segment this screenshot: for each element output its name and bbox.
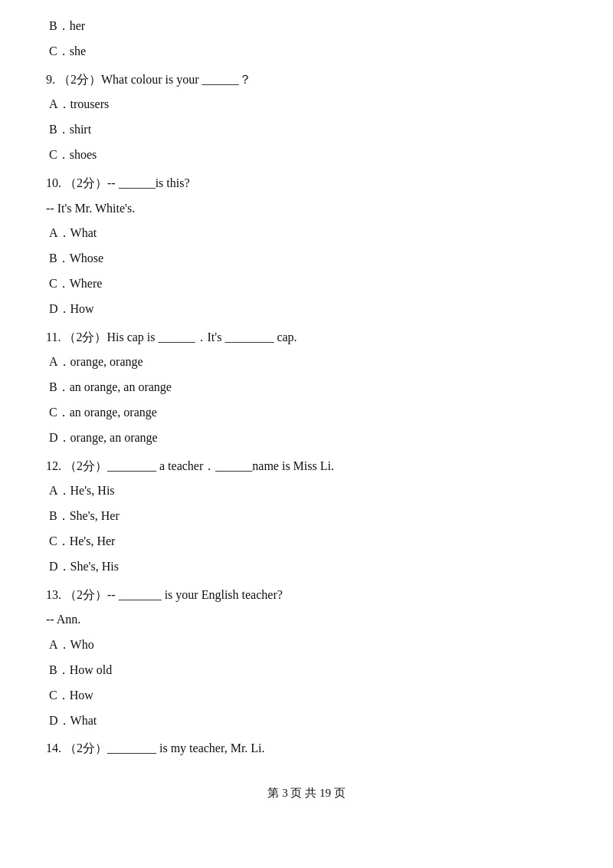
option-10b: B．Whose <box>46 248 567 270</box>
option-9c: C．shoes <box>46 144 567 166</box>
option-b-her: B．her <box>46 15 567 38</box>
option-13a: A．Who <box>46 634 567 656</box>
option-10c: C．Where <box>46 273 567 295</box>
option-13b: B．How old <box>46 659 567 682</box>
option-10a: A．What <box>46 222 567 245</box>
question-13: 13. （2分）-- _______ is your English teach… <box>46 584 567 607</box>
question-10: 10. （2分）-- ______is this? <box>46 173 567 195</box>
question-9: 9. （2分）What colour is your ______？ <box>46 69 567 91</box>
option-11b: B．an orange, an orange <box>46 376 567 399</box>
option-9b: B．shirt <box>46 119 567 141</box>
option-12c: C．He's, Her <box>46 531 567 553</box>
question-12: 12. （2分）________ a teacher．______name is… <box>46 455 567 478</box>
option-12b: B．She's, Her <box>46 505 567 528</box>
option-12d: D．She's, His <box>46 556 567 578</box>
answer-13: -- Ann. <box>46 609 567 631</box>
option-13c: C．How <box>46 685 567 707</box>
question-11: 11. （2分）His cap is ______．It's ________ … <box>46 327 567 349</box>
question-14: 14. （2分）________ is my teacher, Mr. Li. <box>46 738 567 760</box>
option-11c: C．an orange, orange <box>46 402 567 424</box>
content-area: B．her C．she 9. （2分）What colour is your _… <box>46 15 567 760</box>
answer-10: -- It's Mr. White's. <box>46 198 567 220</box>
option-10d: D．How <box>46 298 567 321</box>
option-11a: A．orange, orange <box>46 351 567 373</box>
option-c-she: C．she <box>46 41 567 63</box>
option-12a: A．He's, His <box>46 480 567 502</box>
option-11d: D．orange, an orange <box>46 427 567 449</box>
option-9a: A．trousers <box>46 94 567 116</box>
option-13d: D．What <box>46 710 567 732</box>
page-footer: 第 3 页 共 19 页 <box>46 783 567 804</box>
page-number: 第 3 页 共 19 页 <box>267 787 345 799</box>
